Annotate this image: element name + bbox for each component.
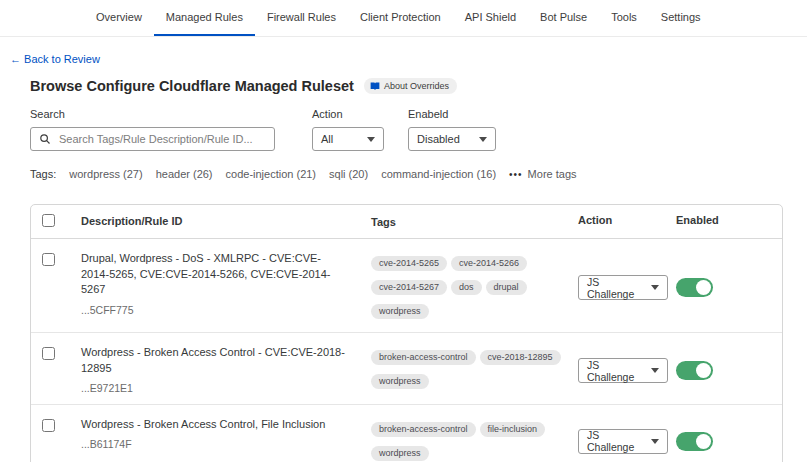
tag-pill: file-inclusion — [480, 422, 546, 437]
row-action-value: JS Challenge — [587, 429, 645, 453]
chevron-down-icon — [651, 368, 659, 373]
tab-firewall-rules[interactable]: Firewall Rules — [255, 0, 348, 36]
tag-pill: cve-2014-5265 — [371, 256, 447, 271]
main-content: Browse Configure Cloudflare Managed Rule… — [0, 78, 807, 462]
toggle-knob — [696, 363, 711, 378]
page-title: Browse Configure Cloudflare Managed Rule… — [30, 78, 354, 94]
tag-filter-sqli[interactable]: sqli (20) — [329, 168, 368, 180]
tag-pill: broken-access-control — [371, 350, 476, 365]
tag-pill: dos — [451, 280, 482, 295]
search-input-wrapper — [30, 127, 275, 151]
toggle-knob — [696, 280, 711, 295]
rule-id: ...B61174F — [81, 437, 345, 452]
header-description: Description/Rule ID — [79, 214, 371, 229]
tag-pill: wordpress — [371, 446, 429, 461]
row-action-value: JS Challenge — [587, 359, 645, 383]
tag-pill: cve-2014-5266 — [451, 256, 527, 271]
row-checkbox[interactable] — [42, 419, 55, 432]
table-header-row: Description/Rule ID Tags Action Enabled — [31, 205, 782, 239]
enabled-toggle[interactable] — [676, 278, 713, 297]
tag-pill: wordpress — [371, 304, 429, 319]
row-checkbox[interactable] — [42, 253, 55, 266]
tab-managed-rules[interactable]: Managed Rules — [154, 0, 255, 36]
row-checkbox[interactable] — [42, 347, 55, 360]
tag-filter-header[interactable]: header (26) — [156, 168, 213, 180]
top-navigation: Overview Managed Rules Firewall Rules Cl… — [0, 0, 807, 37]
action-filter-label: Action — [312, 108, 384, 120]
row-action-value: JS Challenge — [587, 276, 645, 300]
back-arrow-icon: ← — [10, 53, 21, 65]
table-row: Wordpress - Broken Access Control, File … — [31, 405, 782, 462]
search-icon — [39, 133, 51, 145]
tag-pill: drupal — [486, 280, 527, 295]
rule-id: ...5CFF775 — [81, 303, 345, 318]
chevron-down-icon — [651, 285, 659, 290]
rule-description: Wordpress - Broken Access Control - CVE:… — [81, 345, 345, 376]
chevron-down-icon — [651, 439, 659, 444]
rule-id: ...E9721E1 — [81, 381, 345, 396]
search-label: Search — [30, 108, 275, 120]
tag-pill: cve-2014-5267 — [371, 280, 447, 295]
tab-tools[interactable]: Tools — [599, 0, 649, 36]
header-action: Action — [578, 214, 676, 226]
enabled-filter-select[interactable]: Disabled — [408, 127, 496, 151]
enabled-toggle[interactable] — [676, 432, 713, 451]
row-action-select[interactable]: JS Challenge — [578, 275, 668, 300]
tab-api-shield[interactable]: API Shield — [453, 0, 528, 36]
tags-bar: Tags: wordpress (27) header (26) code-in… — [30, 168, 783, 180]
tag-pill: broken-access-control — [371, 422, 476, 437]
tag-filter-code-injection[interactable]: code-injection (21) — [226, 168, 317, 180]
table-row: Drupal, Wordpress - DoS - XMLRPC - CVE:C… — [31, 239, 782, 333]
about-overrides-badge[interactable]: About Overrides — [364, 78, 457, 94]
enabled-toggle[interactable] — [676, 361, 713, 380]
tag-pill: wordpress — [371, 374, 429, 389]
tab-overview[interactable]: Overview — [84, 0, 154, 36]
back-link[interactable]: ← Back to Review — [10, 53, 100, 65]
row-action-select[interactable]: JS Challenge — [578, 358, 668, 383]
rule-description: Wordpress - Broken Access Control, File … — [81, 417, 345, 432]
table-row: Wordpress - Broken Access Control - CVE:… — [31, 333, 782, 404]
row-action-select[interactable]: JS Challenge — [578, 429, 668, 454]
rule-description: Drupal, Wordpress - DoS - XMLRPC - CVE:C… — [81, 251, 345, 297]
rules-table: Description/Rule ID Tags Action Enabled … — [30, 204, 783, 462]
enabled-filter-value: Disabled — [417, 133, 460, 145]
more-tags-label: More tags — [528, 168, 577, 180]
tags-bar-label: Tags: — [30, 168, 56, 180]
tag-filter-wordpress[interactable]: wordpress (27) — [69, 168, 142, 180]
tag-filter-command-injection[interactable]: command-injection (16) — [381, 168, 496, 180]
chevron-down-icon — [367, 137, 375, 142]
select-all-checkbox[interactable] — [42, 214, 55, 227]
action-filter-value: All — [321, 133, 333, 145]
book-icon — [370, 81, 380, 91]
more-tags-button[interactable]: ••• More tags — [509, 168, 576, 180]
back-link-label: Back to Review — [24, 53, 100, 65]
enabled-filter-label: Enabeld — [408, 108, 496, 120]
back-row: ← Back to Review — [0, 37, 807, 65]
tab-settings[interactable]: Settings — [649, 0, 713, 36]
about-overrides-label: About Overrides — [384, 81, 449, 91]
header-enabled: Enabled — [676, 214, 782, 226]
search-input[interactable] — [57, 132, 266, 146]
tab-client-protection[interactable]: Client Protection — [348, 0, 453, 36]
toggle-knob — [696, 434, 711, 449]
tag-pill: cve-2018-12895 — [480, 350, 561, 365]
chevron-down-icon — [479, 137, 487, 142]
action-filter-select[interactable]: All — [312, 127, 384, 151]
ellipsis-icon: ••• — [509, 169, 523, 180]
tab-bot-pulse[interactable]: Bot Pulse — [528, 0, 599, 36]
header-tags: Tags — [371, 215, 578, 228]
